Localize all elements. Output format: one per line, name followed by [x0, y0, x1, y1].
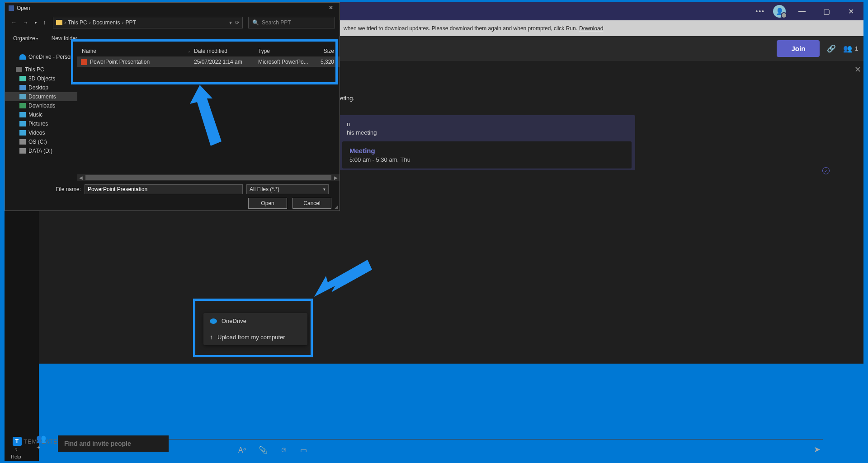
ppt-icon	[81, 59, 87, 65]
dialog-titlebar: Open ✕	[5, 3, 340, 14]
upload-menu: OneDrive ↑ Upload from my computer	[203, 313, 307, 345]
folder-icon	[9, 5, 14, 11]
col-name[interactable]: Name	[77, 48, 194, 54]
check-icon[interactable]: ✓	[822, 167, 830, 174]
new-folder-button[interactable]: New folder	[52, 35, 77, 42]
scrollbar[interactable]: ◀ ▶	[77, 174, 340, 181]
sidebar-item-pictures[interactable]: Pictures	[5, 119, 77, 128]
join-button[interactable]: Join	[777, 40, 820, 57]
people-count: 1	[855, 46, 858, 52]
people-icon[interactable]: 👥	[843, 44, 852, 53]
sidebar-item-3dobjects[interactable]: 3D Objects	[5, 74, 77, 83]
svg-marker-1	[314, 260, 372, 297]
dialog-sidebar: OneDrive - Person This PC 3D Objects Des…	[5, 45, 77, 181]
format-icon[interactable]: Aᵃ	[238, 446, 246, 454]
more-icon[interactable]: •••	[755, 8, 765, 15]
upload-icon: ↑	[210, 333, 213, 341]
meeting-time: 5:00 am - 5:30 am, Thu	[349, 156, 624, 163]
sidebar-item-datad[interactable]: DATA (D:)	[5, 146, 77, 155]
file-open-dialog: Open ✕ ← → ▾ ↑ › This PC › Documents › P…	[5, 2, 340, 211]
close-icon[interactable]: ✕	[843, 5, 859, 18]
recent-icon[interactable]: ▾	[33, 20, 38, 26]
cancel-button[interactable]: Cancel	[292, 198, 331, 209]
sidebar-item-osc[interactable]: OS (C:)	[5, 137, 77, 146]
teams-left-rail	[5, 211, 39, 461]
back-icon[interactable]: ←	[9, 19, 19, 27]
file-row[interactable]: PowerPoint Presentation 25/07/2022 1:14 …	[77, 57, 340, 67]
dialog-close-icon[interactable]: ✕	[324, 4, 338, 12]
maximize-icon[interactable]: ▢	[818, 5, 835, 18]
minimize-icon[interactable]: —	[794, 5, 810, 18]
sidebar-item-desktop[interactable]: Desktop	[5, 83, 77, 92]
search-placeholder: Search PPT	[262, 19, 291, 26]
open-button[interactable]: Open	[248, 198, 287, 209]
download-link[interactable]: Download	[579, 25, 603, 32]
sidebar-item-downloads[interactable]: Downloads	[5, 101, 77, 110]
breadcrumb-seg[interactable]: PPT	[125, 19, 136, 26]
up-icon[interactable]: ↑	[41, 19, 47, 27]
meeting-title: Meeting	[349, 147, 624, 154]
sidebar-item-music[interactable]: Music	[5, 110, 77, 119]
menu-item-upload[interactable]: ↑ Upload from my computer	[203, 329, 307, 345]
invite-input[interactable]	[58, 435, 169, 452]
sidebar-item-videos[interactable]: Videos	[5, 128, 77, 137]
cloud-icon	[210, 318, 217, 324]
meeting-sub: n	[347, 121, 627, 127]
col-date[interactable]: Date modified	[194, 48, 258, 54]
meeting-hint: eeting.	[337, 95, 823, 102]
sidebar-item-documents[interactable]: Documents	[5, 92, 77, 101]
folder-icon	[56, 20, 62, 25]
link-icon[interactable]: 🔗	[827, 44, 836, 53]
search-input[interactable]: 🔍 Search PPT	[248, 17, 335, 28]
breadcrumb-seg[interactable]: Documents	[93, 19, 120, 26]
attach-icon[interactable]: 📎	[259, 446, 268, 454]
col-size[interactable]: Size	[311, 48, 334, 54]
gif-icon[interactable]: ▭	[300, 446, 307, 454]
forward-icon[interactable]: →	[21, 19, 30, 27]
notification-text: when we tried to download updates. Pleas…	[344, 25, 577, 32]
breadcrumb[interactable]: › This PC › Documents › PPT ▾ ⟳	[53, 17, 243, 28]
file-list-header: Name Date modified Type Size	[77, 45, 340, 57]
emoji-icon[interactable]: ☺	[280, 446, 288, 454]
help-link[interactable]: ? Help	[11, 448, 21, 459]
svg-marker-0	[190, 85, 222, 146]
dialog-title: Open	[17, 5, 30, 11]
close-panel-icon[interactable]: ✕	[854, 65, 861, 75]
col-type[interactable]: Type	[258, 48, 311, 54]
menu-item-onedrive[interactable]: OneDrive	[203, 313, 307, 329]
meeting-card[interactable]: n his meeting Meeting 5:00 am - 5:30 am,…	[337, 115, 635, 170]
sidebar-item-onedrive[interactable]: OneDrive - Person	[5, 52, 77, 61]
send-icon[interactable]: ➤	[814, 444, 821, 454]
avatar[interactable]: 👤	[773, 5, 786, 18]
search-icon: 🔍	[252, 19, 259, 26]
people-add-icon[interactable]: 👥⁺	[36, 437, 49, 450]
filename-label: File name:	[56, 186, 81, 192]
arrow-icon	[190, 85, 231, 148]
sidebar-item-thispc[interactable]: This PC	[5, 65, 77, 74]
resize-grip[interactable]: ◢	[335, 204, 338, 209]
arrow-icon	[314, 260, 377, 303]
breadcrumb-seg[interactable]: This PC	[68, 19, 87, 26]
organize-button[interactable]: Organize ▾	[13, 35, 38, 42]
filename-input[interactable]	[85, 184, 243, 194]
meeting-header-text: his meeting	[347, 129, 627, 136]
filetype-select[interactable]: All Files (*.*)▾	[246, 184, 329, 194]
